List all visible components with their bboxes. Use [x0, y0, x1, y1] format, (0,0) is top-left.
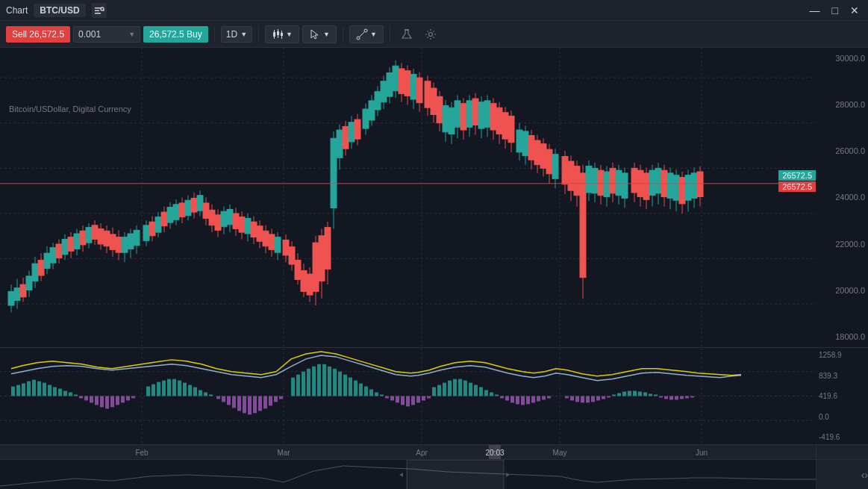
title-bar: Chart BTC/USD — □ ✕ — [0, 0, 868, 21]
svg-rect-362 — [537, 396, 540, 402]
svg-rect-59 — [92, 225, 98, 240]
svg-rect-345 — [448, 381, 452, 396]
chart-type-button[interactable]: ▼ — [265, 25, 299, 43]
svg-rect-298 — [193, 387, 197, 396]
svg-rect-297 — [188, 385, 192, 396]
svg-rect-369 — [586, 396, 590, 403]
svg-rect-223 — [598, 170, 604, 196]
svg-rect-245 — [667, 173, 673, 199]
ind-label-4: 0.0 — [819, 413, 865, 421]
svg-rect-91 — [191, 198, 197, 212]
close-button[interactable]: ✕ — [847, 3, 862, 18]
svg-rect-290 — [152, 384, 155, 396]
timeline-spacer — [816, 445, 868, 460]
candlestick-chart — [0, 48, 816, 347]
symbol-search-button[interactable] — [92, 3, 107, 18]
timeframe-selector[interactable]: 1D ▼ — [221, 26, 252, 43]
svg-rect-225 — [604, 172, 610, 197]
cursor-icon — [309, 28, 321, 40]
indicator-scale: 1258.9 839.3 419.6 0.0 -419.6 — [816, 348, 868, 444]
svg-rect-89 — [185, 200, 191, 216]
svg-rect-57 — [86, 228, 92, 243]
svg-rect-105 — [233, 214, 239, 229]
svg-rect-171 — [437, 96, 443, 122]
svg-rect-308 — [248, 396, 252, 415]
price-label-20000: 20000.0 — [819, 286, 865, 295]
svg-rect-221 — [592, 168, 598, 193]
sell-button[interactable]: Sell 26,572.5 — [6, 26, 70, 43]
svg-rect-303 — [222, 396, 225, 402]
svg-rect-87 — [179, 203, 185, 217]
svg-rect-268 — [27, 381, 31, 396]
svg-rect-173 — [443, 105, 449, 131]
buy-button[interactable]: 26,572.5 Buy — [143, 26, 208, 43]
svg-rect-71 — [128, 234, 134, 249]
price-chart[interactable]: 30000.0 28000.0 26000.0 24000.0 22000.0 … — [0, 48, 868, 347]
separator-3 — [343, 27, 343, 42]
svg-rect-247 — [673, 175, 679, 201]
svg-rect-69 — [122, 237, 128, 253]
navigator-controls: ‹ › — [816, 460, 868, 490]
svg-rect-155 — [387, 73, 393, 97]
navigator-mini-chart — [0, 460, 816, 490]
svg-text:20:03: 20:03 — [485, 449, 504, 457]
svg-rect-275 — [63, 391, 67, 396]
svg-rect-213 — [568, 161, 574, 190]
svg-rect-191 — [496, 108, 502, 134]
svg-rect-312 — [269, 396, 272, 406]
svg-rect-389 — [690, 396, 694, 398]
svg-rect-368 — [581, 396, 584, 403]
svg-rect-311 — [263, 396, 267, 409]
svg-rect-107 — [239, 217, 245, 233]
svg-rect-43 — [44, 253, 50, 269]
svg-rect-151 — [375, 92, 381, 110]
svg-rect-197 — [516, 130, 522, 152]
svg-rect-341 — [427, 396, 431, 399]
svg-rect-276 — [69, 393, 72, 396]
svg-rect-350 — [474, 385, 478, 396]
line-tool-button[interactable]: ▼ — [349, 25, 384, 43]
svg-rect-135 — [325, 228, 331, 270]
svg-rect-77 — [149, 222, 155, 236]
svg-rect-324 — [338, 372, 342, 396]
navigator[interactable]: ‹ › — [0, 459, 868, 489]
indicators-button[interactable] — [396, 26, 417, 43]
scroll-right-button[interactable]: › — [864, 469, 868, 481]
svg-text:Feb: Feb — [135, 449, 149, 457]
svg-rect-113 — [257, 226, 263, 242]
svg-rect-255 — [697, 172, 703, 197]
svg-rect-61 — [98, 228, 104, 244]
svg-rect-379 — [638, 392, 642, 396]
svg-rect-357 — [511, 396, 514, 403]
svg-rect-131 — [313, 243, 319, 291]
candlestick-icon — [272, 28, 284, 40]
cursor-tool-button[interactable]: ▼ — [302, 25, 337, 43]
svg-rect-49 — [62, 239, 68, 255]
svg-rect-278 — [79, 396, 83, 399]
svg-line-4 — [103, 10, 104, 10]
svg-rect-167 — [425, 81, 431, 108]
price-label-30000: 30000.0 — [819, 54, 865, 63]
quantity-selector[interactable]: 0.001 ▼ — [73, 26, 140, 43]
maximize-button[interactable]: □ — [829, 3, 841, 18]
svg-rect-1 — [95, 10, 99, 11]
svg-rect-181 — [466, 101, 472, 127]
svg-rect-139 — [337, 130, 343, 158]
settings-button[interactable] — [420, 26, 441, 43]
toolbar: Sell 26,572.5 0.001 ▼ 26,572.5 Buy 1D ▼ … — [0, 21, 868, 48]
svg-rect-179 — [460, 104, 466, 130]
symbol-display[interactable]: BTC/USD — [34, 4, 85, 17]
svg-rect-211 — [562, 156, 568, 184]
svg-rect-302 — [216, 396, 220, 399]
svg-rect-332 — [380, 395, 384, 396]
minimize-button[interactable]: — — [807, 3, 823, 18]
svg-rect-39 — [32, 264, 38, 281]
svg-rect-109 — [245, 218, 251, 234]
svg-rect-249 — [679, 177, 685, 203]
svg-rect-353 — [490, 393, 493, 396]
svg-rect-99 — [215, 215, 221, 231]
svg-rect-366 — [570, 396, 574, 401]
svg-rect-339 — [416, 396, 420, 403]
svg-rect-382 — [654, 395, 658, 396]
svg-rect-291 — [157, 382, 160, 396]
